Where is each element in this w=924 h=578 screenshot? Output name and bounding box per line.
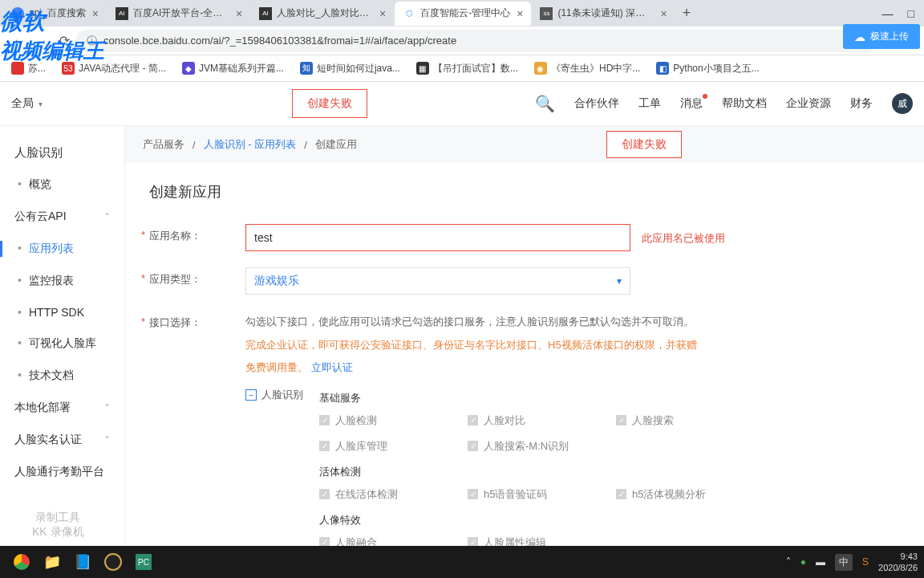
close-icon[interactable]: × xyxy=(379,7,386,20)
face-service-collapse[interactable]: − 人脸识别 xyxy=(245,388,303,402)
sidebar-item-可视化人脸库[interactable]: 可视化人脸库 xyxy=(0,328,124,360)
sidebar-item-概览[interactable]: 概览 xyxy=(0,169,124,201)
service-label: 人脸检测 xyxy=(335,413,377,428)
service-checkbox-人脸搜索-M:N识别: ✓人脸搜索-M:N识别 xyxy=(468,439,572,454)
service-checkbox-人脸搜索: ✓人脸搜索 xyxy=(616,413,720,428)
tab-4[interactable]: ss(11条未读通知) 深信服pyt× xyxy=(532,2,675,26)
sidebar-item-人脸通行考勤平台[interactable]: 人脸通行考勤平台 xyxy=(0,456,124,488)
taskbar-pycharm[interactable]: PC xyxy=(128,547,159,576)
app-type-select[interactable]: 游戏娱乐 ▾ xyxy=(245,267,630,295)
sidebar-group-人脸实名认证[interactable]: 人脸实名认证˅ xyxy=(0,424,124,456)
close-icon[interactable]: × xyxy=(517,7,523,20)
bookmark-item[interactable]: ◆JVM基础系列开篇... xyxy=(182,62,284,75)
window-controls: — □ xyxy=(882,7,921,20)
nav-help[interactable]: 帮助文档 xyxy=(722,96,767,111)
sidebar-label: 本地化部署 xyxy=(14,401,71,415)
maximize-icon[interactable]: □ xyxy=(908,7,914,20)
app-name-error: 此应用名已被使用 xyxy=(642,232,725,244)
app-name-input[interactable] xyxy=(245,224,630,251)
service-label: h5语音验证码 xyxy=(484,487,547,502)
crumb-products[interactable]: 产品服务 xyxy=(143,137,184,152)
sidebar-label: 公有云API xyxy=(14,210,67,224)
service-group-title: 基础服务 xyxy=(319,391,900,405)
nav-partners[interactable]: 合作伙伴 xyxy=(574,96,619,111)
crumb-face-list[interactable]: 人脸识别 - 应用列表 xyxy=(204,137,297,152)
nav-finance[interactable]: 财务 xyxy=(850,96,873,111)
minimize-icon[interactable]: — xyxy=(882,7,894,20)
crumb-sep: / xyxy=(192,139,196,151)
url-field[interactable]: ⓘ console.bce.baidu.com/ai/?_=1598406103… xyxy=(75,30,876,52)
interface-label: 接口选择： xyxy=(149,311,245,578)
global-label: 全局 xyxy=(11,96,34,111)
sidebar-root[interactable]: 人脸识别 xyxy=(0,137,124,169)
bookmark-item[interactable]: ▦【吊打面试官】数... xyxy=(416,62,518,75)
taskbar-explorer[interactable]: 📁 xyxy=(37,547,67,576)
bookmark-label: 《寄生虫》HD中字... xyxy=(551,62,640,75)
interface-hint: 勾选以下接口，使此应用可以请求已勾选的接口服务，注意人脸识别服务已默认勾选并不可… xyxy=(245,311,900,380)
nav-messages[interactable]: 消息 xyxy=(680,96,703,111)
bookmark-favicon: ◉ xyxy=(534,62,547,75)
check-icon: ✓ xyxy=(319,415,330,425)
bookmark-item[interactable]: ◉《寄生虫》HD中字... xyxy=(534,62,640,75)
tab-title: (11条未读通知) 深信服pyt xyxy=(557,6,654,20)
cloud-icon: ☁ xyxy=(854,31,865,43)
taskbar-notes[interactable]: 📘 xyxy=(67,547,98,576)
check-icon: ✓ xyxy=(319,441,330,451)
close-icon[interactable]: × xyxy=(660,7,667,20)
bookmark-label: 【吊打面试官】数... xyxy=(433,62,518,75)
tray-network-icon[interactable]: ▬ xyxy=(816,556,825,568)
service-row: ✓人脸库管理✓人脸搜索-M:N识别 xyxy=(319,439,900,454)
create-fail-alert-2[interactable]: 创建失败 xyxy=(606,131,682,158)
tray-ime[interactable]: 中 xyxy=(835,554,853,571)
service-row: ✓在线活体检测✓h5语音验证码✓h5活体视频分析 xyxy=(319,487,900,502)
crumb-sep: / xyxy=(304,139,307,151)
tab-1[interactable]: AI百度AI开放平台-全球领先× xyxy=(107,2,250,26)
bookmark-label: 短时间如何过java... xyxy=(317,62,400,75)
check-icon: ✓ xyxy=(319,489,330,499)
nav-tickets[interactable]: 工单 xyxy=(638,96,661,111)
bookmark-item[interactable]: ◧Python小项目之五... xyxy=(656,62,759,75)
check-icon: ✓ xyxy=(616,415,626,425)
service-row: ✓人脸检测✓人脸对比✓人脸搜索 xyxy=(319,413,900,428)
chevron-down-icon: ˅ xyxy=(105,403,110,413)
service-group-title: 人像特效 xyxy=(319,513,900,527)
windows-taskbar: 📁 📘 PC ˄ ● ▬ 中 S 9:43 2020/8/26 xyxy=(0,546,924,578)
create-fail-alert-1[interactable]: 创建失败 xyxy=(292,89,367,118)
tab-2[interactable]: AI人脸对比_人脸对比识别_人× xyxy=(251,2,394,26)
tray-clock[interactable]: 9:43 2020/8/26 xyxy=(878,551,918,574)
sidebar-item-监控报表[interactable]: 监控报表 xyxy=(0,265,124,297)
tab-title: 人脸对比_人脸对比识别_人 xyxy=(277,6,373,20)
app-name-label: 应用名称： xyxy=(149,224,245,251)
app-type-label: 应用类型： xyxy=(149,267,245,295)
recorder-watermark: 录制工具 KK 录像机 xyxy=(32,511,84,539)
new-tab-button[interactable]: + xyxy=(683,5,691,22)
service-label: 人脸对比 xyxy=(484,413,525,428)
verify-link[interactable]: 立即认证 xyxy=(311,361,353,373)
nav-enterprise[interactable]: 企业资源 xyxy=(786,96,831,111)
taskbar-chrome[interactable] xyxy=(6,547,37,576)
upload-overlay-button[interactable]: ☁ 极速上传 xyxy=(843,24,920,49)
topbar-nav: 🔍 合作伙伴 工单 消息 帮助文档 企业资源 财务 威 xyxy=(535,93,913,114)
sidebar-label: 人脸实名认证 xyxy=(14,433,82,447)
breadcrumb: 产品服务 / 人脸识别 - 应用列表 / 创建应用 创建失败 xyxy=(125,126,924,163)
sidebar-item-技术文档[interactable]: 技术文档 xyxy=(0,360,124,392)
sidebar-item-应用列表[interactable]: 应用列表 xyxy=(0,233,124,265)
tray-wechat-icon[interactable]: ● xyxy=(800,556,806,568)
sidebar-item-HTTP SDK[interactable]: HTTP SDK xyxy=(0,297,124,328)
sidebar-group-公有云API[interactable]: 公有云API˄ xyxy=(0,201,124,233)
global-selector[interactable]: 全局 ▾ xyxy=(11,96,124,111)
taskbar-app1[interactable] xyxy=(98,547,128,576)
service-checkbox-人脸检测: ✓人脸检测 xyxy=(319,413,424,428)
bookmark-item[interactable]: 知短时间如何过java... xyxy=(300,62,400,75)
service-group-title: 活体检测 xyxy=(319,465,900,479)
search-icon[interactable]: 🔍 xyxy=(535,94,555,113)
form-card: 创建新应用 应用名称： 此应用名已被使用 应用类型： 游戏娱乐 ▾ 接 xyxy=(125,163,924,578)
tab-3-active[interactable]: ⬡百度智能云-管理中心× xyxy=(395,2,531,26)
browser-tabstrip: api_百度搜索× AI百度AI开放平台-全球领先× AI人脸对比_人脸对比识别… xyxy=(0,0,924,26)
close-icon[interactable]: × xyxy=(236,7,242,20)
tray-sogou-icon[interactable]: S xyxy=(862,556,869,568)
sidebar-group-本地化部署[interactable]: 本地化部署˅ xyxy=(0,392,124,424)
tray-chevron-up-icon[interactable]: ˄ xyxy=(786,556,791,568)
avatar[interactable]: 威 xyxy=(892,93,913,114)
app-type-value: 游戏娱乐 xyxy=(254,274,299,288)
